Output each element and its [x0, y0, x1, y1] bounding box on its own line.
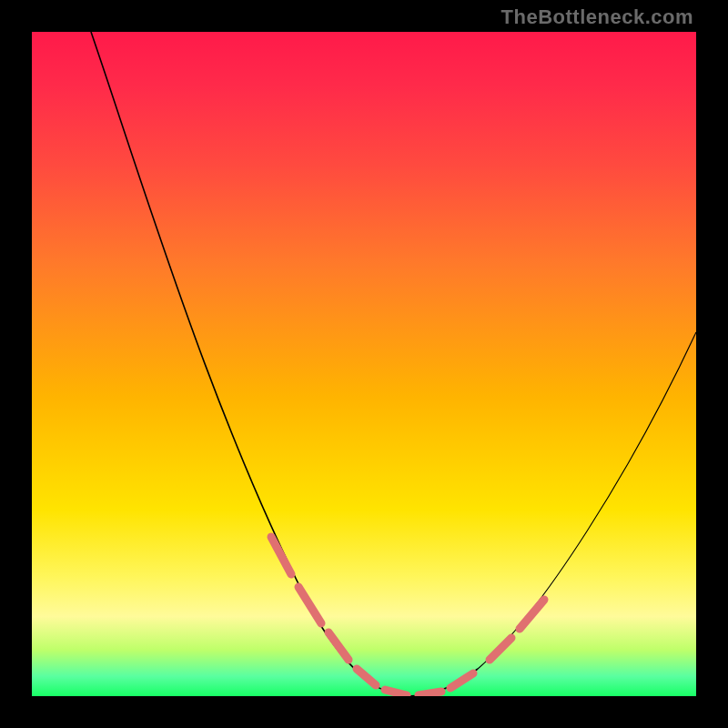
- highlight-valley-dash-3: [450, 673, 473, 688]
- highlight-left-dash-1: [271, 537, 291, 574]
- watermark-label: TheBottleneck.com: [501, 5, 693, 29]
- highlight-valley-dash-1: [385, 690, 407, 695]
- plot-area: [32, 32, 696, 696]
- highlight-left-dash-2: [298, 587, 321, 623]
- highlight-left-dash-4: [357, 669, 376, 685]
- chart-frame: TheBottleneck.com: [0, 0, 728, 728]
- highlight-left-dash-3: [329, 632, 349, 660]
- highlight-right-dash-2: [520, 600, 544, 629]
- curve-svg: [32, 32, 696, 696]
- highlight-right-dash-1: [490, 638, 511, 660]
- bottleneck-curve-left: [91, 32, 405, 696]
- highlight-valley-dash-2: [419, 692, 441, 695]
- bottleneck-curve-right: [478, 332, 696, 669]
